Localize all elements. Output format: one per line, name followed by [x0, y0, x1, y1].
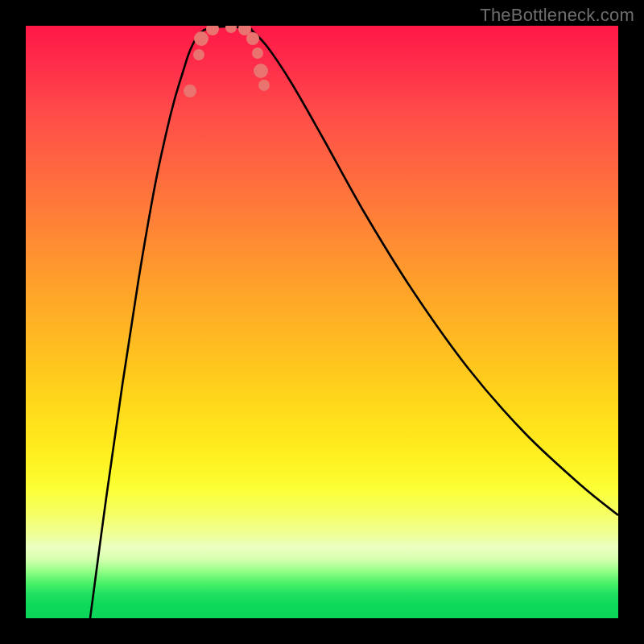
bottleneck-curve: [26, 26, 618, 618]
data-marker: [254, 64, 268, 78]
data-marker: [184, 85, 196, 97]
data-marker: [258, 80, 270, 91]
curve-path: [90, 27, 618, 618]
data-marker: [252, 47, 263, 59]
data-marker: [246, 32, 259, 45]
data-marker: [225, 26, 237, 33]
chart-frame: TheBottleneck.com: [0, 0, 644, 644]
data-marker: [206, 26, 219, 35]
watermark-text: TheBottleneck.com: [480, 5, 634, 26]
data-marker: [193, 49, 204, 60]
plot-area: [26, 26, 618, 618]
data-marker: [194, 31, 208, 46]
